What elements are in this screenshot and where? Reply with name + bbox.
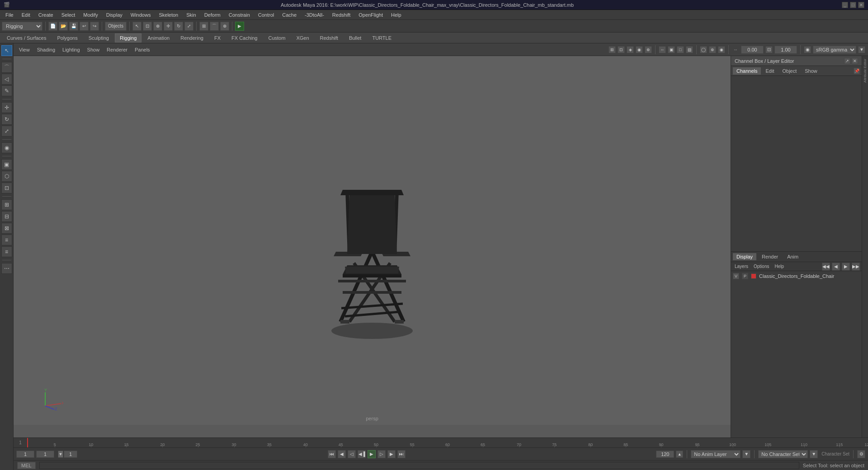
vt-icon2[interactable]: ⊡ [618, 46, 625, 53]
vt-renderer[interactable]: Renderer [104, 47, 130, 53]
vt-lighting[interactable]: Lighting [60, 47, 83, 53]
layers-next-button[interactable]: ▶ [842, 263, 850, 271]
menu-skeleton[interactable]: Skeleton [155, 11, 182, 19]
lasso-select-button[interactable]: ⊡ [143, 22, 152, 31]
tab-sculpting[interactable]: Sculpting [84, 33, 114, 42]
menu-help[interactable]: Help [387, 11, 405, 19]
tab-display[interactable]: Display [733, 253, 756, 260]
prev-frame-button[interactable]: ◀ [338, 450, 346, 458]
layers-sub-tab-options[interactable]: Options [752, 263, 771, 269]
render-button[interactable]: ▶ [235, 22, 244, 31]
vt-icon12[interactable]: ◉ [718, 46, 725, 53]
undo-button[interactable]: ↩ [80, 22, 89, 31]
layer-visible-button[interactable]: V [733, 273, 739, 279]
panel-float-button[interactable]: ↗ [844, 58, 850, 64]
maximize-button[interactable]: □ [850, 2, 856, 8]
vt-shading[interactable]: Shading [34, 47, 58, 53]
move-mode-button[interactable]: ✛ [1, 102, 12, 113]
save-scene-button[interactable]: 💾 [69, 22, 78, 31]
vt-icon13[interactable]: ⊡ [765, 46, 773, 53]
sculpt-tool-button[interactable]: ◁ [1, 74, 12, 85]
menu-openflight[interactable]: OpenFlight [355, 11, 387, 19]
mode-dropdown[interactable]: Rigging Animation Modeling [2, 22, 42, 31]
vt-icon8[interactable]: □ [677, 46, 684, 53]
3d-viewport[interactable]: Y X Z persp [14, 56, 731, 437]
paint-tool-button[interactable]: ✎ [1, 85, 12, 96]
redo-button[interactable]: ↪ [90, 22, 99, 31]
show-hide-button[interactable]: ◉ [1, 142, 12, 153]
subd-button[interactable]: ⬡ [1, 171, 12, 182]
tab-render[interactable]: Render [758, 253, 782, 260]
frame-marker-input[interactable] [64, 451, 77, 458]
vt-view[interactable]: View [16, 47, 33, 53]
snap-grid-button[interactable]: ⊞ [199, 22, 208, 31]
menu-file[interactable]: File [2, 11, 17, 19]
tab-bullet[interactable]: Bullet [344, 33, 367, 42]
new-scene-button[interactable]: 📄 [48, 22, 57, 31]
menu-3dtoall[interactable]: -3DtoAll- [301, 11, 328, 19]
nurbs-button[interactable]: ⊡ [1, 183, 12, 193]
misc-button1[interactable]: ⋯ [1, 263, 12, 274]
vt-icon9[interactable]: ▧ [686, 46, 693, 53]
character-set-dropdown[interactable]: No Character Set [758, 450, 808, 458]
snap-curve-button[interactable]: ⌒ [210, 22, 219, 31]
select-mode-button[interactable]: ↖ [1, 45, 12, 56]
menu-create[interactable]: Create [35, 11, 57, 19]
mel-python-toggle[interactable]: MEL [17, 462, 36, 469]
anim-layer-dropdown[interactable]: No Anim Layer [691, 450, 741, 458]
panel-close-button[interactable]: ✕ [852, 58, 858, 64]
layer-playback-button[interactable]: P [742, 273, 748, 279]
tab-object[interactable]: Object [778, 67, 800, 75]
tab-custom[interactable]: Custom [264, 33, 291, 42]
rp-pin-button[interactable]: 📌 [854, 68, 860, 74]
tab-show[interactable]: Show [801, 67, 821, 75]
vt-gamma-icon[interactable]: ◉ [804, 46, 811, 53]
frame-marker-btn[interactable]: ▼ [58, 451, 63, 458]
next-frame-button[interactable]: ▶ [387, 450, 396, 458]
vt-icon10[interactable]: ◯ [700, 46, 707, 53]
vt-show[interactable]: Show [85, 47, 103, 53]
window-controls[interactable]: _ □ ✕ [842, 2, 864, 8]
scale-tool-button[interactable]: ⤢ [184, 22, 193, 31]
go-to-end-button[interactable]: ⏭ [397, 450, 406, 458]
prev-keyframe-button[interactable]: ◁ [348, 450, 356, 458]
start-frame-input[interactable] [16, 451, 34, 458]
curve-tool-button[interactable]: ⌒ [1, 62, 12, 73]
range-end-btn[interactable]: ▲ [676, 451, 683, 458]
current-frame-input[interactable] [36, 451, 54, 458]
snap-point-button[interactable]: ⊕ [220, 22, 229, 31]
menu-deform[interactable]: Deform [201, 11, 224, 19]
vt-icon1[interactable]: ⊞ [609, 46, 616, 53]
play-forward-button[interactable]: ▶ [368, 450, 376, 458]
timeline-area[interactable]: 1 1 5 10 15 20 25 30 [14, 437, 868, 447]
tab-polygons[interactable]: Polygons [52, 33, 82, 42]
paint-select-button[interactable]: ⊕ [153, 22, 162, 31]
layers-back-button[interactable]: ◀◀ [822, 263, 830, 271]
layer-button4[interactable]: ≡ [1, 235, 12, 245]
move-tool-button[interactable]: ✛ [164, 22, 173, 31]
next-keyframe-button[interactable]: ▷ [377, 450, 386, 458]
tab-rigging[interactable]: Rigging [115, 33, 142, 42]
vt-icon6[interactable]: ↔ [659, 46, 666, 53]
vt-icon7[interactable]: ▣ [668, 46, 675, 53]
tab-rendering[interactable]: Rendering [175, 33, 208, 42]
character-set-dropdown-arrow[interactable]: ▼ [810, 450, 818, 458]
layers-fwd-button[interactable]: ▶▶ [852, 263, 860, 271]
vt-value2-input[interactable] [774, 46, 797, 54]
layer-color-swatch[interactable] [751, 273, 756, 279]
tab-edit[interactable]: Edit [762, 67, 778, 75]
vt-gamma-dropdown[interactable]: sRGB gamma Linear [813, 46, 856, 54]
tab-curves-surfaces[interactable]: Curves / Surfaces [2, 33, 51, 42]
go-to-start-button[interactable]: ⏮ [328, 450, 336, 458]
layers-prev-button[interactable]: ◀ [832, 263, 840, 271]
rotate-tool-button[interactable]: ↻ [174, 22, 183, 31]
vt-icon4[interactable]: ◉ [636, 46, 643, 53]
objects-button[interactable]: Objects [105, 22, 127, 31]
menu-control[interactable]: Control [255, 11, 278, 19]
layer-button3[interactable]: ⊠ [1, 223, 12, 234]
vt-icon3[interactable]: ◈ [627, 46, 634, 53]
minimize-button[interactable]: _ [842, 2, 848, 8]
vt-panels[interactable]: Panels [132, 47, 153, 53]
menu-modify[interactable]: Modify [80, 11, 101, 19]
layer-item[interactable]: V P Classic_Directors_Foldable_Chair [731, 271, 862, 281]
